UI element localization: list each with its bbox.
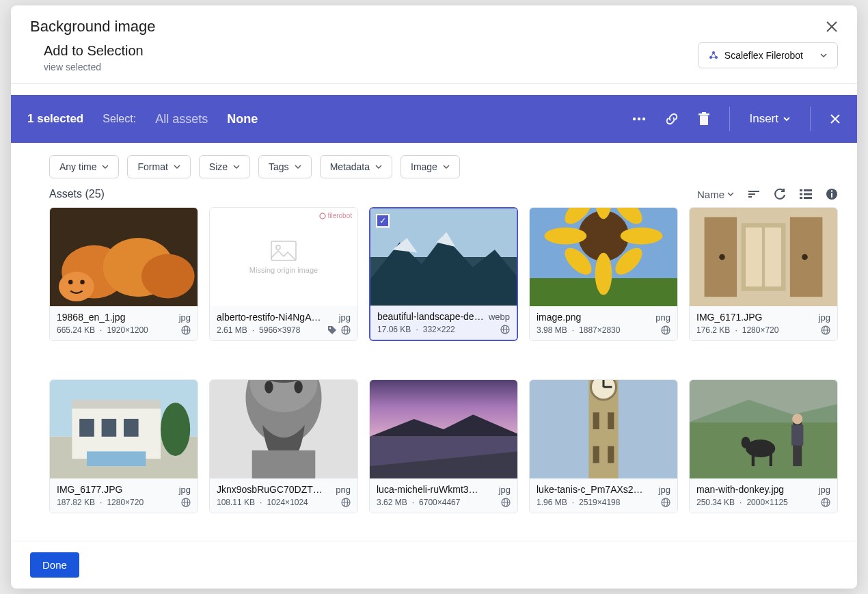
file-size: 176.2 KB (696, 325, 730, 335)
close-icon[interactable] (826, 21, 838, 33)
thumbnail-image (50, 208, 198, 306)
file-name: alberto-restifo-Ni4NgA… (217, 312, 335, 323)
more-icon[interactable] (632, 117, 646, 121)
file-name: beautiful-landscape-de… (377, 311, 485, 322)
svg-point-48 (545, 228, 587, 245)
sub-header: Add to Selection view selected Scaleflex… (11, 42, 857, 84)
divider (810, 107, 811, 131)
file-size: 187.82 KB (57, 498, 95, 507)
file-ext: jpg (659, 485, 670, 495)
sort-dropdown[interactable]: Name (697, 189, 734, 200)
globe-icon (661, 498, 670, 507)
filter-tags[interactable]: Tags (258, 155, 312, 178)
svg-point-17 (831, 190, 832, 191)
svg-rect-9 (800, 189, 802, 191)
svg-rect-62 (765, 228, 781, 286)
tag-icon (327, 325, 337, 335)
file-dims: 1024×1024 (267, 498, 308, 507)
card-footer: beautiful-landscape-de…webp17.06 KB332×2… (370, 306, 517, 340)
done-button[interactable]: Done (30, 552, 79, 578)
svg-rect-74 (124, 419, 139, 437)
svg-point-49 (621, 228, 663, 245)
selected-count: 1 selected (27, 112, 83, 126)
svg-rect-85 (252, 450, 316, 478)
svg-rect-6 (700, 116, 708, 125)
view-selected-link[interactable]: view selected (44, 62, 144, 72)
card-footer: luke-tanis-c_Pm7AXs2…jpg1.96 MB2519×4198 (530, 478, 677, 513)
file-size: 2.61 MB (217, 325, 247, 335)
card-footer: alberto-restifo-Ni4NgA…jpg2.61 MB5966×39… (210, 306, 357, 340)
svg-point-28 (320, 213, 325, 219)
asset-card[interactable]: 19868_en_1.jpgjpg665.24 KB1920×1200 (49, 207, 198, 341)
card-footer: 19868_en_1.jpgjpg665.24 KB1920×1200 (50, 306, 198, 340)
filter-anytime[interactable]: Any time (49, 155, 119, 178)
select-all-button[interactable]: All assets (155, 112, 208, 126)
thumbnail (690, 380, 837, 478)
card-footer: image.pngpng3.98 MB1887×2830 (530, 306, 677, 340)
asset-card[interactable]: IMG_6171.JPGjpg176.2 KB1280×720 (689, 207, 838, 341)
file-name: 19868_en_1.jpg (57, 312, 175, 323)
thumbnail-image (530, 380, 677, 478)
globe-icon (181, 325, 191, 335)
asset-card[interactable]: man-with-donkey.jpgjpg250.34 KB2000×1125 (689, 379, 838, 513)
globe-icon (821, 498, 830, 507)
file-ext: jpg (339, 312, 351, 323)
filter-format[interactable]: Format (127, 155, 190, 178)
file-ext: webp (489, 312, 510, 322)
list-view-icon[interactable] (800, 189, 812, 199)
svg-rect-114 (770, 451, 772, 466)
thumbnail (210, 380, 357, 478)
modal-title: Background image (30, 18, 155, 36)
globe-icon (501, 498, 511, 507)
svg-rect-8 (702, 112, 706, 113)
filter-bar: Any time Format Size Tags Metadata Image (11, 143, 857, 188)
file-ext: png (336, 485, 351, 495)
provider-dropdown[interactable]: Scaleflex Filerobot (698, 42, 838, 68)
svg-point-47 (595, 253, 612, 295)
filerobot-logo: filerobot (319, 212, 352, 219)
file-ext: jpg (819, 485, 830, 495)
asset-card[interactable]: Jknx9osbRuGC70DZT…png108.11 KB1024×1024 (209, 379, 358, 513)
select-none-button[interactable]: None (227, 112, 258, 126)
file-dims: 1887×2830 (579, 325, 620, 335)
thumbnail-image (370, 208, 517, 306)
svg-point-117 (792, 414, 802, 424)
svg-rect-7 (699, 113, 709, 116)
asset-card[interactable]: filerobotMissing origin imagealberto-res… (209, 207, 358, 341)
file-name: man-with-donkey.jpg (696, 484, 815, 495)
insert-button[interactable]: Insert (749, 112, 791, 126)
svg-rect-16 (831, 193, 832, 198)
link-icon[interactable] (665, 112, 679, 126)
asset-card[interactable]: luke-tanis-c_Pm7AXs2…jpg1.96 MB2519×4198 (529, 379, 678, 513)
filter-image[interactable]: Image (401, 155, 460, 178)
missing-thumbnail: filerobotMissing origin image (210, 208, 357, 306)
asset-card[interactable]: luca-micheli-ruWkmt3…jpg3.62 MB6700×4467 (369, 379, 518, 513)
sort-direction-icon[interactable] (748, 189, 760, 199)
svg-rect-113 (752, 451, 755, 466)
svg-rect-72 (79, 419, 94, 437)
svg-rect-14 (804, 197, 812, 199)
refresh-icon[interactable] (774, 188, 786, 200)
svg-rect-73 (102, 419, 117, 437)
filter-metadata[interactable]: Metadata (320, 155, 392, 178)
file-name: IMG_6171.JPG (696, 312, 815, 323)
filter-size[interactable]: Size (199, 155, 250, 178)
svg-point-84 (294, 381, 302, 394)
svg-rect-29 (271, 241, 296, 260)
svg-point-24 (80, 280, 84, 284)
asset-card[interactable]: IMG_6177.JPGjpg187.82 KB1280×720 (49, 379, 198, 513)
card-footer: IMG_6171.JPGjpg176.2 KB1280×720 (690, 306, 837, 340)
asset-card[interactable]: ✓beautiful-landscape-de…webp17.06 KB332×… (369, 207, 518, 341)
info-icon[interactable] (826, 188, 838, 200)
svg-rect-13 (800, 197, 802, 199)
modal-footer: Done (11, 541, 857, 589)
svg-rect-12 (804, 193, 812, 195)
svg-point-22 (59, 272, 94, 301)
globe-icon (341, 325, 351, 335)
asset-card[interactable]: image.pngpng3.98 MB1887×2830 (529, 207, 678, 341)
close-toolbar-icon[interactable] (830, 113, 841, 124)
globe-icon (500, 325, 510, 334)
thumbnail (50, 380, 198, 478)
file-dims: 1280×720 (107, 498, 144, 507)
trash-icon[interactable] (698, 112, 710, 126)
